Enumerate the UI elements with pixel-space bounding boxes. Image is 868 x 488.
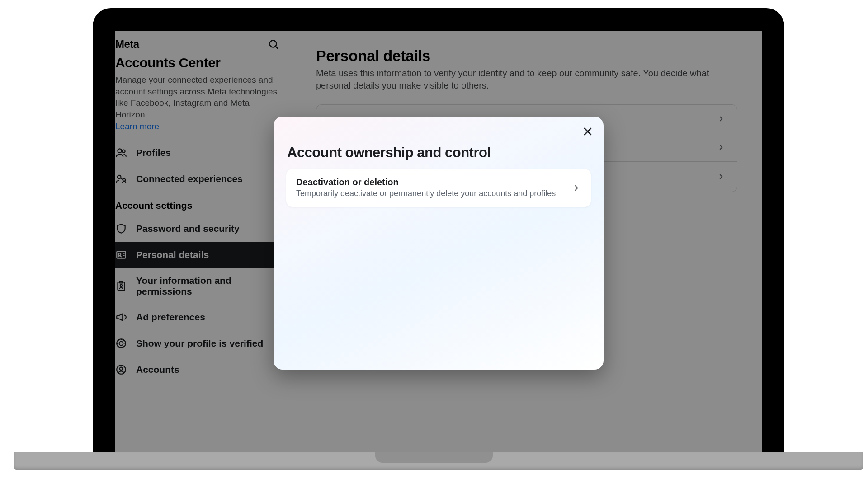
app-viewport: Meta Accounts Center Manage your connect… (115, 31, 762, 455)
laptop-frame: Meta Accounts Center Manage your connect… (93, 8, 784, 460)
modal-title: Account ownership and control (286, 127, 591, 169)
chevron-right-icon (572, 183, 581, 192)
deactivation-deletion-card[interactable]: Deactivation or deletion Temporarily dea… (286, 169, 591, 207)
account-ownership-modal: Account ownership and control Deactivati… (274, 117, 604, 370)
laptop-bezel: Meta Accounts Center Manage your connect… (93, 8, 784, 460)
close-icon (582, 126, 593, 137)
modal-close-button[interactable] (580, 124, 595, 139)
modal-card-title: Deactivation or deletion (296, 177, 556, 188)
laptop-trackpad-notch (375, 452, 493, 463)
modal-overlay[interactable]: Account ownership and control Deactivati… (115, 31, 762, 455)
modal-card-subtitle: Temporarily deactivate or permanently de… (296, 188, 556, 199)
